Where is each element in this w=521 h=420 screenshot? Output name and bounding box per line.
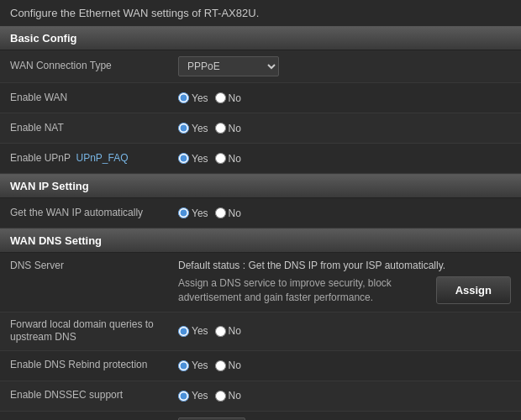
radio-label-fwd-yes[interactable]: Yes	[178, 325, 208, 337]
radio-label-upnp-yes[interactable]: Yes	[178, 153, 208, 165]
radio-label-wan-yes[interactable]: Yes	[178, 92, 208, 104]
section-wan-dns: WAN DNS Setting	[0, 228, 521, 253]
content-wan-connection-type: PPPoE DHCP Static IP L2TP PPTP	[178, 56, 511, 76]
row-enable-nat: Enable NAT Yes No	[0, 113, 521, 144]
section-wan-ip: WAN IP Setting	[0, 174, 521, 198]
dns-status-text: Get the DNS IP from your ISP automatical…	[245, 260, 445, 271]
page-wrapper: Configure the Ethernet WAN settings of R…	[0, 0, 521, 420]
radio-label-fwd-no[interactable]: No	[215, 325, 241, 337]
radio-dnssec-yes[interactable]	[178, 391, 189, 402]
row-enable-upnp: Enable UPnP UPnP_FAQ Yes No	[0, 144, 521, 174]
radio-label-wanip-yes[interactable]: Yes	[178, 207, 208, 219]
row-enable-wan: Enable WAN Yes No	[0, 83, 521, 113]
radio-rebind-yes[interactable]	[178, 360, 189, 371]
content-enable-upnp: Yes No	[178, 153, 511, 165]
row-wan-ip-auto: Get the WAN IP automatically Yes No	[0, 198, 521, 228]
radio-dnssec-no[interactable]	[215, 391, 226, 402]
radio-wanip-no[interactable]	[215, 207, 226, 218]
radio-fwd-no[interactable]	[215, 326, 226, 337]
content-enable-wan: Yes No	[178, 92, 511, 104]
content-enable-nat: Yes No	[178, 123, 511, 134]
radio-upnp-yes[interactable]	[178, 153, 189, 164]
row-forward-local-domain: Forward local domain queries to upstream…	[0, 312, 521, 351]
radio-label-wanip-no[interactable]: No	[215, 207, 241, 219]
radio-label-dnssec-no[interactable]: No	[215, 390, 241, 402]
content-wan-ip-auto: Yes No	[178, 207, 511, 219]
radio-label-nat-no[interactable]: No	[215, 123, 241, 134]
upnp-faq-link[interactable]: UPnP_FAQ	[76, 152, 129, 164]
content-forward-local-domain: Yes No	[178, 325, 511, 337]
radio-label-rebind-yes[interactable]: Yes	[178, 360, 208, 371]
label-wan-ip-auto: Get the WAN IP automatically	[10, 207, 178, 220]
content-dns-rebind: Yes No	[178, 360, 511, 371]
select-wan-connection-type[interactable]: PPPoE DHCP Static IP L2TP PPTP	[178, 56, 279, 76]
page-description: Configure the Ethernet WAN settings of R…	[0, 0, 521, 26]
row-wan-connection-type: WAN Connection Type PPPoE DHCP Static IP…	[0, 50, 521, 83]
label-enable-nat: Enable NAT	[10, 122, 178, 135]
label-enable-wan: Enable WAN	[10, 92, 178, 105]
section-basic-config: Basic Config	[0, 26, 521, 50]
dns-sub-row: Assign a DNS service to improve security…	[178, 276, 511, 305]
label-dns-rebind: Enable DNS Rebind protection	[10, 359, 178, 372]
dns-server-content: Default status : Get the DNS IP from you…	[178, 260, 511, 305]
dns-description: Assign a DNS service to improve security…	[178, 276, 436, 305]
radio-label-rebind-no[interactable]: No	[215, 360, 241, 371]
dns-default-status: Default status : Get the DNS IP from you…	[178, 260, 511, 271]
radio-upnp-no[interactable]	[215, 153, 226, 164]
row-prevent-doh: Prevent client auto DoH Auto Enable Disa…	[0, 412, 521, 420]
radio-fwd-yes[interactable]	[178, 326, 189, 337]
content-dnssec: Yes No	[178, 390, 511, 402]
radio-wan-yes[interactable]	[178, 92, 189, 103]
row-dnssec: Enable DNSSEC support Yes No	[0, 381, 521, 412]
radio-nat-no[interactable]	[215, 123, 226, 134]
radio-label-wan-no[interactable]: No	[215, 92, 241, 104]
radio-label-upnp-no[interactable]: No	[215, 153, 241, 165]
radio-wan-no[interactable]	[215, 92, 226, 103]
radio-rebind-no[interactable]	[215, 360, 226, 371]
label-wan-connection-type: WAN Connection Type	[10, 60, 178, 73]
radio-label-nat-yes[interactable]: Yes	[178, 123, 208, 134]
label-enable-upnp: Enable UPnP UPnP_FAQ	[10, 152, 178, 165]
assign-button[interactable]: Assign	[436, 276, 511, 304]
row-dns-server: DNS Server Default status : Get the DNS …	[0, 253, 521, 312]
label-forward-local-domain: Forward local domain queries to upstream…	[10, 318, 178, 344]
row-dns-rebind: Enable DNS Rebind protection Yes No	[0, 351, 521, 381]
label-dns-server: DNS Server	[10, 260, 178, 273]
label-dnssec: Enable DNSSEC support	[10, 389, 178, 402]
radio-wanip-yes[interactable]	[178, 207, 189, 218]
radio-label-dnssec-yes[interactable]: Yes	[178, 390, 208, 402]
radio-nat-yes[interactable]	[178, 123, 189, 134]
dns-status-bold: Default status :	[178, 260, 245, 271]
